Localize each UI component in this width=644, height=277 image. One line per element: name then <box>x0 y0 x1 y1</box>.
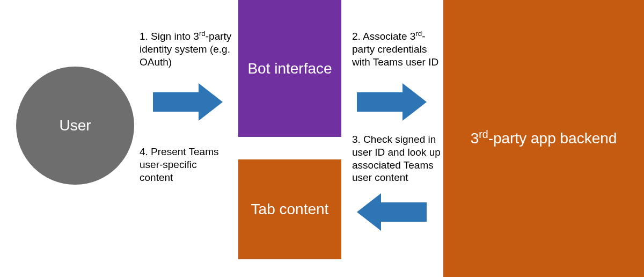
caption-step-3: 3. Check signed in user ID and look up a… <box>352 133 443 184</box>
diagram-canvas: User Bot interface Tab content 3rd-party… <box>0 0 644 277</box>
node-tab-content: Tab content <box>238 159 341 259</box>
arrow-right-icon <box>357 83 427 121</box>
arrow-step-2 <box>357 83 427 121</box>
svg-marker-0 <box>153 83 223 121</box>
arrow-left-icon <box>357 193 427 231</box>
node-backend-label: 3rd-party app backend <box>471 130 617 147</box>
arrow-right-icon <box>153 83 223 121</box>
arrow-step-3 <box>357 193 427 231</box>
node-tab-label: Tab content <box>251 201 329 218</box>
caption-step-1: 1. Sign into 3rd-party identity system (… <box>140 30 236 68</box>
caption-step-2: 2. Associate 3rd-party credentials with … <box>352 30 443 68</box>
svg-marker-2 <box>357 193 427 231</box>
node-bot-interface: Bot interface <box>238 0 341 137</box>
node-bot-label: Bot interface <box>247 60 332 77</box>
node-user-label: User <box>59 117 91 134</box>
node-backend: 3rd-party app backend <box>443 0 644 277</box>
caption-step-4: 4. Present Teams user-specific content <box>140 145 231 184</box>
node-user: User <box>16 67 134 185</box>
svg-marker-1 <box>357 83 427 121</box>
arrow-step-1 <box>153 83 223 121</box>
